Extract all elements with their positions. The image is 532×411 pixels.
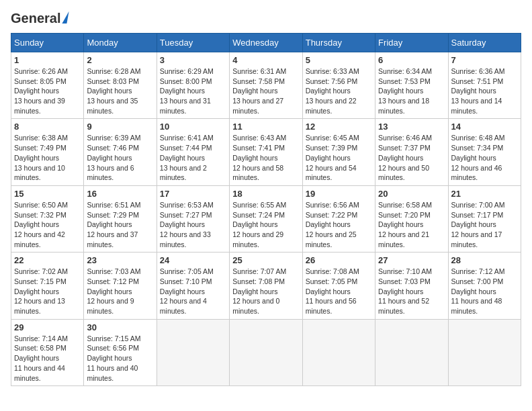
- calendar-cell: 17Sunrise: 6:53 AMSunset: 7:27 PMDayligh…: [157, 185, 229, 252]
- day-number: 10: [160, 122, 226, 132]
- calendar-cell: 3Sunrise: 6:29 AMSunset: 8:00 PMDaylight…: [157, 52, 229, 119]
- day-number: 4: [232, 55, 299, 65]
- cell-info: Sunrise: 6:50 AMSunset: 7:32 PMDaylight …: [14, 201, 68, 248]
- day-number: 17: [160, 189, 226, 199]
- cell-info: Sunrise: 6:41 AMSunset: 7:44 PMDaylight …: [160, 134, 214, 181]
- header-saturday: Saturday: [448, 34, 521, 52]
- cell-info: Sunrise: 6:51 AMSunset: 7:29 PMDaylight …: [87, 201, 140, 248]
- cell-info: Sunrise: 6:58 AMSunset: 7:20 PMDaylight …: [378, 201, 432, 248]
- calendar-cell: 10Sunrise: 6:41 AMSunset: 7:44 PMDayligh…: [157, 119, 229, 185]
- day-number: 26: [306, 255, 372, 265]
- day-number: 22: [14, 255, 81, 265]
- calendar-cell: 27Sunrise: 7:10 AMSunset: 7:03 PMDayligh…: [375, 253, 448, 319]
- calendar-cell: 5Sunrise: 6:33 AMSunset: 7:56 PMDaylight…: [302, 52, 375, 119]
- cell-info: Sunrise: 6:48 AMSunset: 7:34 PMDaylight …: [451, 134, 505, 181]
- day-number: 6: [378, 55, 445, 65]
- calendar-cell: 18Sunrise: 6:55 AMSunset: 7:24 PMDayligh…: [230, 185, 302, 252]
- calendar-cell: 9Sunrise: 6:39 AMSunset: 7:46 PMDaylight…: [84, 119, 157, 185]
- calendar-cell: 29Sunrise: 7:14 AMSunset: 6:58 PMDayligh…: [11, 319, 84, 385]
- day-number: 14: [451, 122, 518, 132]
- day-number: 27: [378, 255, 445, 265]
- day-number: 8: [14, 122, 81, 132]
- calendar-cell: [230, 319, 302, 385]
- cell-info: Sunrise: 7:00 AMSunset: 7:17 PMDaylight …: [451, 201, 505, 248]
- calendar-table: SundayMondayTuesdayWednesdayThursdayFrid…: [11, 33, 521, 386]
- day-number: 11: [232, 122, 299, 132]
- cell-info: Sunrise: 6:45 AMSunset: 7:39 PMDaylight …: [306, 134, 359, 181]
- calendar-week-row: 29Sunrise: 7:14 AMSunset: 6:58 PMDayligh…: [11, 319, 521, 385]
- cell-info: Sunrise: 6:28 AMSunset: 8:03 PMDaylight …: [87, 67, 140, 115]
- header-tuesday: Tuesday: [157, 34, 229, 52]
- calendar-cell: 13Sunrise: 6:46 AMSunset: 7:37 PMDayligh…: [375, 119, 448, 185]
- calendar-week-row: 8Sunrise: 6:38 AMSunset: 7:49 PMDaylight…: [11, 119, 521, 185]
- calendar-cell: 16Sunrise: 6:51 AMSunset: 7:29 PMDayligh…: [84, 185, 157, 252]
- cell-info: Sunrise: 6:33 AMSunset: 7:56 PMDaylight …: [306, 67, 359, 115]
- day-number: 1: [14, 55, 81, 65]
- cell-info: Sunrise: 7:15 AMSunset: 6:56 PMDaylight …: [87, 334, 140, 382]
- day-number: 15: [14, 189, 81, 199]
- calendar-cell: 2Sunrise: 6:28 AMSunset: 8:03 PMDaylight…: [84, 52, 157, 119]
- calendar-cell: 1Sunrise: 6:26 AMSunset: 8:05 PMDaylight…: [11, 52, 84, 119]
- page-header: General: [11, 11, 521, 26]
- day-number: 16: [87, 189, 153, 199]
- cell-info: Sunrise: 6:38 AMSunset: 7:49 PMDaylight …: [14, 134, 68, 181]
- calendar-cell: 7Sunrise: 6:36 AMSunset: 7:51 PMDaylight…: [448, 52, 521, 119]
- day-number: 2: [87, 55, 153, 65]
- day-number: 29: [14, 322, 81, 332]
- cell-info: Sunrise: 6:31 AMSunset: 7:58 PMDaylight …: [232, 67, 286, 115]
- day-number: 21: [451, 189, 518, 199]
- day-number: 20: [378, 189, 445, 199]
- header-sunday: Sunday: [11, 34, 84, 52]
- calendar-cell: 22Sunrise: 7:02 AMSunset: 7:15 PMDayligh…: [11, 253, 84, 319]
- cell-info: Sunrise: 7:05 AMSunset: 7:10 PMDaylight …: [160, 267, 214, 315]
- cell-info: Sunrise: 7:14 AMSunset: 6:58 PMDaylight …: [14, 334, 68, 382]
- cell-info: Sunrise: 6:29 AMSunset: 8:00 PMDaylight …: [160, 67, 214, 115]
- calendar-cell: 8Sunrise: 6:38 AMSunset: 7:49 PMDaylight…: [11, 119, 84, 185]
- header-wednesday: Wednesday: [230, 34, 302, 52]
- header-thursday: Thursday: [302, 34, 375, 52]
- calendar-cell: 14Sunrise: 6:48 AMSunset: 7:34 PMDayligh…: [448, 119, 521, 185]
- calendar-week-row: 22Sunrise: 7:02 AMSunset: 7:15 PMDayligh…: [11, 253, 521, 319]
- calendar-cell: 28Sunrise: 7:12 AMSunset: 7:00 PMDayligh…: [448, 253, 521, 319]
- calendar-cell: [302, 319, 375, 385]
- calendar-cell: [448, 319, 521, 385]
- day-number: 25: [232, 255, 299, 265]
- cell-info: Sunrise: 7:10 AMSunset: 7:03 PMDaylight …: [378, 267, 432, 315]
- header-friday: Friday: [375, 34, 448, 52]
- calendar-cell: 4Sunrise: 6:31 AMSunset: 7:58 PMDaylight…: [230, 52, 302, 119]
- calendar-cell: 19Sunrise: 6:56 AMSunset: 7:22 PMDayligh…: [302, 185, 375, 252]
- cell-info: Sunrise: 6:39 AMSunset: 7:46 PMDaylight …: [87, 134, 140, 181]
- cell-info: Sunrise: 6:43 AMSunset: 7:41 PMDaylight …: [232, 134, 286, 181]
- calendar-week-row: 1Sunrise: 6:26 AMSunset: 8:05 PMDaylight…: [11, 52, 521, 119]
- cell-info: Sunrise: 7:12 AMSunset: 7:00 PMDaylight …: [451, 267, 505, 315]
- calendar-cell: 21Sunrise: 7:00 AMSunset: 7:17 PMDayligh…: [448, 185, 521, 252]
- cell-info: Sunrise: 7:08 AMSunset: 7:05 PMDaylight …: [306, 267, 359, 315]
- calendar-cell: 30Sunrise: 7:15 AMSunset: 6:56 PMDayligh…: [84, 319, 157, 385]
- calendar-cell: 26Sunrise: 7:08 AMSunset: 7:05 PMDayligh…: [302, 253, 375, 319]
- logo-flag-icon: [62, 11, 69, 24]
- day-number: 19: [306, 189, 372, 199]
- calendar-cell: 15Sunrise: 6:50 AMSunset: 7:32 PMDayligh…: [11, 185, 84, 252]
- cell-info: Sunrise: 6:26 AMSunset: 8:05 PMDaylight …: [14, 67, 68, 115]
- header-monday: Monday: [84, 34, 157, 52]
- calendar-cell: 20Sunrise: 6:58 AMSunset: 7:20 PMDayligh…: [375, 185, 448, 252]
- day-number: 24: [160, 255, 226, 265]
- day-number: 30: [87, 322, 153, 332]
- day-number: 13: [378, 122, 445, 132]
- calendar-cell: 12Sunrise: 6:45 AMSunset: 7:39 PMDayligh…: [302, 119, 375, 185]
- day-number: 3: [160, 55, 226, 65]
- day-number: 23: [87, 255, 153, 265]
- cell-info: Sunrise: 6:56 AMSunset: 7:22 PMDaylight …: [306, 201, 359, 248]
- day-number: 7: [451, 55, 518, 65]
- cell-info: Sunrise: 6:34 AMSunset: 7:53 PMDaylight …: [378, 67, 432, 115]
- calendar-cell: 25Sunrise: 7:07 AMSunset: 7:08 PMDayligh…: [230, 253, 302, 319]
- logo: General: [11, 11, 68, 26]
- cell-info: Sunrise: 6:53 AMSunset: 7:27 PMDaylight …: [160, 201, 214, 248]
- day-number: 9: [87, 122, 153, 132]
- calendar-cell: 6Sunrise: 6:34 AMSunset: 7:53 PMDaylight…: [375, 52, 448, 119]
- cell-info: Sunrise: 7:02 AMSunset: 7:15 PMDaylight …: [14, 267, 68, 315]
- calendar-header-row: SundayMondayTuesdayWednesdayThursdayFrid…: [11, 34, 521, 52]
- calendar-week-row: 15Sunrise: 6:50 AMSunset: 7:32 PMDayligh…: [11, 185, 521, 252]
- logo-general: General: [11, 11, 60, 26]
- calendar-cell: [157, 319, 229, 385]
